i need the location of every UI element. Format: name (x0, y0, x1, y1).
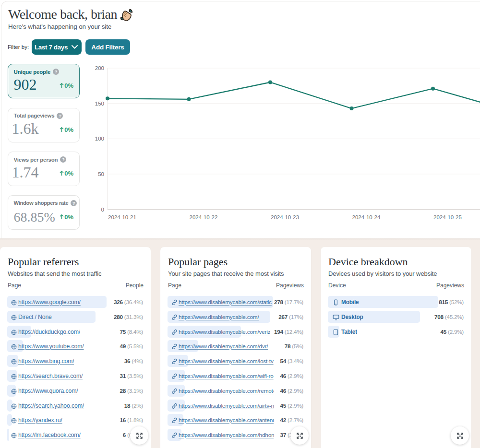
svg-text:2024-10-24: 2024-10-24 (352, 214, 381, 220)
svg-text:50: 50 (98, 171, 104, 177)
svg-text:2024-10-22: 2024-10-22 (190, 214, 218, 220)
svg-text:2024-10-23: 2024-10-23 (271, 214, 299, 220)
svg-text:150: 150 (95, 101, 104, 106)
svg-text:2024-10-25: 2024-10-25 (433, 214, 462, 220)
svg-text:2024-10-21: 2024-10-21 (108, 214, 136, 220)
svg-text:0: 0 (101, 207, 104, 212)
svg-text:100: 100 (95, 136, 104, 141)
svg-text:200: 200 (95, 65, 104, 71)
